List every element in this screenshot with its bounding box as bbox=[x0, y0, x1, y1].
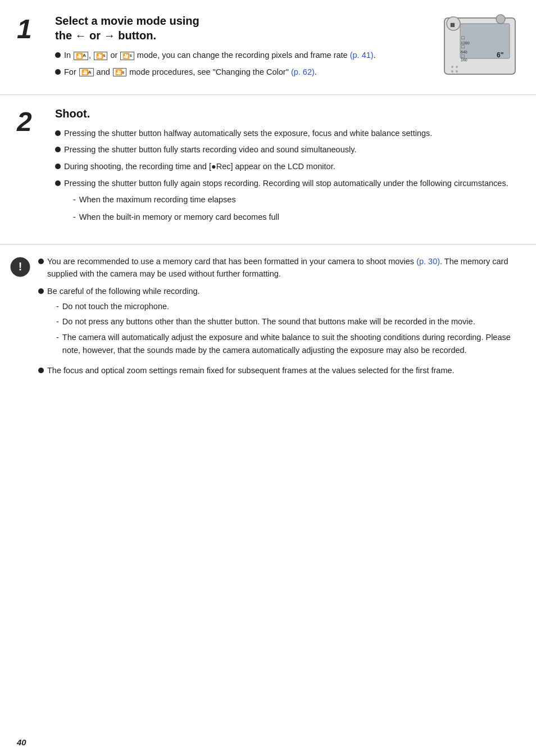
shoot-b4-sub: - When the maximum recording time elapse… bbox=[73, 193, 508, 224]
svg-text:▦: ▦ bbox=[450, 22, 455, 28]
shoot-bullet-3: During shooting, the recording time and … bbox=[55, 161, 519, 173]
bullet-dot bbox=[55, 164, 61, 169]
step-number-1: 1 bbox=[17, 13, 44, 83]
svg-text:6": 6" bbox=[497, 51, 503, 59]
note-2-sub-1: - Do not touch the microphone. bbox=[56, 300, 519, 313]
bullet-dot bbox=[55, 52, 61, 58]
step-2-content: Shoot. Pressing the shutter button halfw… bbox=[55, 106, 519, 233]
step-2-title: Shoot. bbox=[55, 106, 519, 121]
camera-display-image: ▦ □ 1280 □ 640 □ 160 6" bbox=[440, 13, 519, 83]
note-2-sub: - Do not touch the microphone. - Do not … bbox=[56, 300, 519, 357]
step-1-title: Select a movie mode using the ← or → but… bbox=[55, 13, 429, 43]
page-number: 40 bbox=[17, 737, 26, 747]
mode-icon-movie-s2: 🎦s bbox=[120, 52, 134, 60]
svg-text:!: ! bbox=[19, 260, 22, 273]
shoot-b2-text: Pressing the shutter button fully starts… bbox=[64, 144, 356, 156]
note-3-text: The focus and optical zoom settings rema… bbox=[47, 365, 455, 377]
bullet-1-2-text: For 🎦A and 🎦s mode procedures, see "Chan… bbox=[64, 66, 317, 79]
svg-text:160: 160 bbox=[461, 58, 467, 62]
title-line1: Select a movie mode using bbox=[55, 15, 199, 27]
shoot-bullet-1: Pressing the shutter button halfway auto… bbox=[55, 128, 519, 140]
svg-point-11 bbox=[496, 15, 505, 24]
shoot-b1-text: Pressing the shutter button halfway auto… bbox=[64, 128, 432, 140]
note-2-sub-3-text: The camera will automatically adjust the… bbox=[62, 331, 519, 357]
note-2-sub-2-text: Do not press any buttons other than the … bbox=[62, 315, 475, 328]
bullet-dot bbox=[38, 288, 44, 294]
dash-icon: - bbox=[73, 211, 76, 224]
warning-icon-svg: ! bbox=[10, 257, 30, 277]
dash-icon: - bbox=[73, 193, 76, 206]
step-1-content: Select a movie mode using the ← or → but… bbox=[55, 13, 429, 83]
notes-list: You are recommended to use a memory card… bbox=[38, 256, 519, 377]
step-2-bullets: Pressing the shutter button halfway auto… bbox=[55, 128, 519, 228]
link-p30[interactable]: (p. 30) bbox=[416, 257, 440, 266]
note-1: You are recommended to use a memory card… bbox=[38, 256, 519, 280]
warning-icon-wrapper: ! bbox=[10, 257, 30, 277]
bullet-1-1-text: In 🎦A, 🎦s or 🎦s mode, you can change the… bbox=[64, 49, 376, 62]
bullet-dot bbox=[55, 130, 61, 136]
note-2-sub-1-text: Do not touch the microphone. bbox=[62, 300, 169, 313]
section-2: 2 Shoot. Pressing the shutter button hal… bbox=[0, 95, 536, 245]
step-1-bullets: In 🎦A, 🎦s or 🎦s mode, you can change the… bbox=[55, 49, 429, 79]
svg-text:□: □ bbox=[461, 35, 465, 40]
dash-icon: - bbox=[56, 331, 59, 344]
shoot-bullet-2: Pressing the shutter button fully starts… bbox=[55, 144, 519, 156]
note-1-text: You are recommended to use a memory card… bbox=[47, 256, 519, 280]
shoot-b3-text: During shooting, the recording time and … bbox=[64, 161, 335, 173]
mode-icon-movie-s1: 🎦s bbox=[94, 52, 107, 60]
mode-icon-for-s: 🎦s bbox=[113, 68, 126, 76]
svg-text:□: □ bbox=[461, 44, 465, 49]
step-number-2: 2 bbox=[17, 106, 44, 233]
mode-icon-movie-a: 🎦A bbox=[74, 52, 88, 60]
note-3: The focus and optical zoom settings rema… bbox=[38, 365, 519, 377]
link-p41[interactable]: (p. 41) bbox=[350, 51, 374, 60]
shoot-bullet-4: Pressing the shutter button fully again … bbox=[55, 178, 519, 228]
section-notes: ! You are recommended to use a memory ca… bbox=[0, 245, 536, 394]
svg-point-14 bbox=[451, 70, 453, 73]
title-arrows: the ← or → bbox=[55, 29, 118, 42]
mode-icon-for-a: 🎦A bbox=[79, 68, 94, 76]
svg-point-13 bbox=[456, 66, 458, 68]
camera-svg: ▦ □ 1280 □ 640 □ 160 6" bbox=[443, 13, 516, 78]
sub-item-1: - When the maximum recording time elapse… bbox=[73, 193, 508, 206]
dash-icon: - bbox=[56, 315, 59, 328]
note-2-text: Be careful of the following while record… bbox=[47, 286, 519, 359]
sub-item-2: - When the built-in memory or memory car… bbox=[73, 211, 508, 224]
bullet-dot bbox=[55, 147, 61, 152]
shoot-b4-text: Pressing the shutter button fully again … bbox=[64, 178, 508, 228]
notes-content: You are recommended to use a memory card… bbox=[38, 256, 519, 383]
svg-point-15 bbox=[456, 70, 458, 73]
page-wrapper: 1 Select a movie mode using the ← or → b… bbox=[0, 0, 536, 756]
bullet-1-2: For 🎦A and 🎦s mode procedures, see "Chan… bbox=[55, 66, 429, 79]
sub-item-2-text: When the built-in memory or memory card … bbox=[79, 211, 279, 224]
bullet-dot bbox=[38, 259, 44, 264]
section-1: 1 Select a movie mode using the ← or → b… bbox=[0, 0, 536, 95]
title-line2: button. bbox=[118, 29, 156, 42]
bullet-1-1: In 🎦A, 🎦s or 🎦s mode, you can change the… bbox=[55, 49, 429, 62]
link-p62[interactable]: (p. 62) bbox=[291, 67, 315, 76]
bullet-dot bbox=[38, 368, 44, 373]
sub-item-1-text: When the maximum recording time elapses bbox=[79, 193, 236, 206]
note-2-sub-2: - Do not press any buttons other than th… bbox=[56, 315, 519, 328]
svg-point-12 bbox=[451, 66, 453, 68]
bullet-dot bbox=[55, 69, 61, 75]
dash-icon: - bbox=[56, 300, 59, 313]
bullet-dot bbox=[55, 180, 61, 186]
note-2-sub-3: - The camera will automatically adjust t… bbox=[56, 331, 519, 357]
note-2: Be careful of the following while record… bbox=[38, 286, 519, 359]
